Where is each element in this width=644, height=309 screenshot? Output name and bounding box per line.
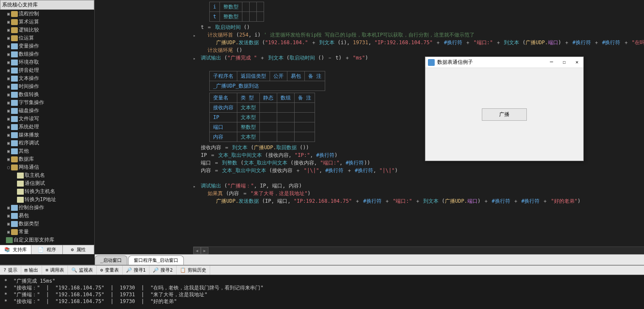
tree-item[interactable]: ▣位运算 [0,34,94,42]
tab-window-procset[interactable]: 窗口程序集_启动窗口 [128,255,184,265]
tree-item[interactable]: ▣字节集操作 [0,99,94,107]
fold-marker-icon[interactable] [193,32,196,40]
expand-icon[interactable]: ▢ [6,165,11,170]
expand-icon[interactable]: ▣ [6,205,11,210]
tree-item[interactable]: ▣数值转换 [0,91,94,99]
tree-item[interactable]: ▣常量 [0,228,94,236]
tree-item[interactable]: ▣变量操作 [0,42,94,50]
tree-item[interactable]: ▣数据库 [0,155,94,163]
expand-icon[interactable]: ▣ [6,230,11,234]
expand-icon[interactable]: ▣ [6,100,11,105]
expand-icon[interactable]: ▣ [6,133,11,137]
tree-item[interactable]: 通信测试 [0,179,94,187]
tree-item[interactable]: 转换为IP地址 [0,196,94,204]
toolbar-watch[interactable]: 🔍监视表 [68,266,97,275]
horizontal-scrollbar[interactable]: ◀ ▶ [193,247,644,254]
output-console[interactable]: * "广播完成 15ms" * "接收端：" | "192.168.104.75… [0,275,644,309]
tree-label: 自定义图形支持库 [14,236,54,244]
expand-icon[interactable]: ▣ [6,108,11,113]
tree-item[interactable]: ▣其他 [0,147,94,155]
toolbar-hint[interactable]: ?提示 [0,266,21,275]
code-line: 内容 ＝ 文本_取出中间文本 (接收内容 ＋ "|\|", #换行符 ＋ #换行… [201,167,641,174]
minimize-icon[interactable]: ─ [548,59,555,66]
code-line: 广播UDP.发送数据 (IP, 端口, "IP:192.168.104.75" … [201,197,641,205]
page-icon [11,140,18,146]
sidebar-tab-program[interactable]: 📄 程序 [31,245,63,254]
tree-item[interactable]: ▣易包 [0,212,94,220]
tree-item[interactable]: ▣文本操作 [0,74,94,82]
expand-icon[interactable]: ▣ [6,141,11,145]
tree-item[interactable]: ▣逻辑比较 [0,26,94,34]
expand-icon[interactable]: ▣ [6,213,11,218]
expand-icon[interactable]: ▣ [6,149,11,153]
popup-titlebar[interactable]: 数据表通信例子 ─ ☐ ✕ [425,57,583,68]
code-line: 调试输出 ("广播端：", IP, 端口, 内容) [201,182,641,190]
tree-label: 数组操作 [19,51,39,58]
fold-marker-icon[interactable] [193,55,196,62]
toolbar-output[interactable]: ▤输出 [21,266,42,275]
tree-item[interactable]: ▢网络通信 [0,163,94,171]
toolbar-cliphistory[interactable]: 📋剪辑历史 [177,266,210,275]
expand-icon[interactable]: ▣ [6,76,11,81]
expand-icon[interactable]: ▣ [6,221,11,226]
expand-icon[interactable]: ▣ [6,28,11,32]
tree-item[interactable]: ▣程序调试 [0,139,94,147]
app-icon [428,59,435,66]
folder-icon [11,156,18,162]
code-line: 计次循环尾 () [201,46,641,54]
scroll-left-icon[interactable]: ◀ [193,247,201,254]
tree-item[interactable]: ▣数据类型 [0,220,94,228]
maximize-icon[interactable]: ☐ [560,59,568,66]
expand-icon[interactable]: ▣ [6,68,11,73]
code-editor[interactable]: i整数型 t整数型 t ＝ 取启动时间 () 计次循环首 (254, i) ' … [95,0,644,254]
expand-icon[interactable]: ▣ [6,116,11,121]
broadcast-button[interactable]: 广播 [482,108,527,121]
tree-item[interactable]: ▣文件读写 [0,115,94,123]
toolbar-search2[interactable]: 🔎搜寻2 [149,266,177,275]
tree-item[interactable]: ▣算术运算 [0,18,94,26]
table-header: 变量名 [210,93,237,103]
tree-item[interactable]: ▣流程控制 [0,10,94,18]
tree-label: 时间操作 [19,83,39,90]
expand-icon[interactable]: ▣ [6,52,11,57]
toolbar-search1[interactable]: 🔎搜寻1 [123,266,150,275]
expand-icon[interactable]: ▣ [6,11,11,16]
expand-icon[interactable]: ▣ [6,84,11,89]
tree-item[interactable]: ▣系统处理 [0,123,94,131]
bottom-toolbar: ?提示 ▤输出 ≡调用表 🔍监视表 ⚙变量表 🔎搜寻1 🔎搜寻2 📋剪辑历史 [0,266,644,275]
tree-item[interactable]: 转换为主机名 [0,187,94,196]
expand-icon[interactable]: ▣ [6,60,11,65]
expand-icon[interactable]: ▣ [6,20,11,24]
table-header: 备 注 [295,93,315,103]
tree-label: 易包 [19,212,29,219]
tree-item[interactable]: ▣媒体播放 [0,131,94,139]
tree-item[interactable]: ▣数组操作 [0,50,94,58]
tree-item[interactable]: ▣环境存取 [0,58,94,66]
tree-item[interactable]: ▣磁盘操作 [0,107,94,115]
expand-icon[interactable]: ▣ [6,125,11,129]
scroll-right-icon[interactable]: ▶ [201,247,208,254]
tree-label: 通信测试 [25,180,45,187]
fold-marker-icon[interactable] [193,183,196,190]
folder-icon [11,229,18,235]
tree-item[interactable]: ▣时间操作 [0,82,94,91]
page-icon [11,51,18,57]
toolbar-calltable[interactable]: ≡调用表 [42,266,68,275]
table-header: 静态 [260,93,277,103]
expand-icon[interactable]: ▣ [6,157,11,162]
toolbar-vartable[interactable]: ⚙变量表 [97,266,123,275]
sidebar-tab-props[interactable]: ⚙ 属性 [63,245,94,254]
tree-label: 取主机名 [25,172,45,179]
page-icon [11,221,18,227]
tree-item[interactable]: ▣拼音处理 [0,66,94,74]
close-icon[interactable]: ✕ [573,59,581,66]
sidebar-tab-support[interactable]: 📚 支持库 [0,245,31,254]
tab-start-window[interactable]: _启动窗口 [95,255,127,265]
expand-icon[interactable]: ▣ [6,44,11,48]
tree-item[interactable]: 自定义图形支持库 [0,236,94,244]
expand-icon[interactable]: ▣ [6,36,11,40]
tree-item[interactable]: ▣控制台操作 [0,204,94,212]
expand-icon[interactable]: ▣ [6,92,11,97]
tree-item[interactable]: 取主机名 [0,171,94,179]
tree-header: 系统核心支持库 [0,0,94,10]
